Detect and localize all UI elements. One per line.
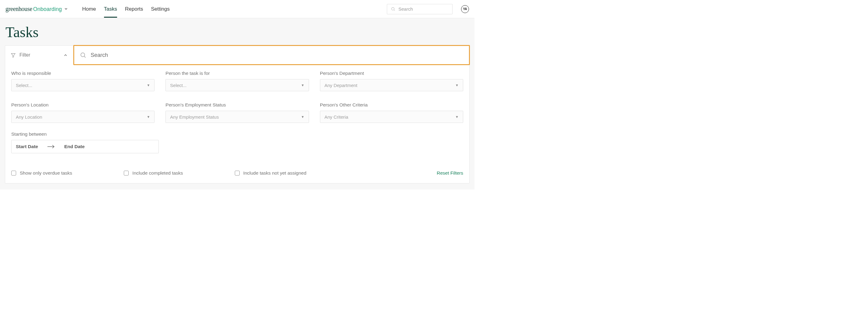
filter-other: Person's Other Criteria Any Criteria ▼	[320, 102, 463, 123]
checkbox-row: Show only overdue tasks Include complete…	[11, 170, 463, 176]
filter-topbar: Filter	[5, 45, 469, 64]
filter-location: Person's Location Any Location ▼	[11, 102, 155, 123]
filter-task-for-select[interactable]: Select... ▼	[165, 79, 309, 91]
checkbox-icon	[11, 171, 16, 176]
filter-task-for: Person the task is for Select... ▼	[165, 70, 309, 91]
svg-line-1	[394, 10, 395, 11]
logo-greenhouse: greenhouse	[5, 5, 32, 12]
global-search[interactable]	[387, 4, 453, 14]
check-completed[interactable]: Include completed tasks	[124, 170, 183, 176]
filter-department: Person's Department Any Department ▼	[320, 70, 463, 91]
filter-icon	[11, 53, 16, 58]
svg-point-0	[392, 8, 395, 10]
filter-employment-select[interactable]: Any Employment Status ▼	[165, 111, 309, 123]
filter-location-select[interactable]: Any Location ▼	[11, 111, 155, 123]
start-date: Start Date	[16, 144, 38, 149]
checkbox-icon	[235, 171, 240, 176]
search-icon	[80, 52, 86, 58]
check-overdue[interactable]: Show only overdue tasks	[11, 170, 72, 176]
filter-task-for-label: Person the task is for	[165, 70, 309, 76]
filter-label: Filter	[20, 52, 30, 58]
avatar[interactable]: YA	[461, 5, 469, 13]
filter-responsible-select[interactable]: Select... ▼	[11, 79, 155, 91]
filter-employment-label: Person's Employment Status	[165, 102, 309, 108]
svg-line-4	[84, 56, 86, 58]
global-search-input[interactable]	[398, 6, 448, 11]
reset-filters-link[interactable]: Reset Filters	[437, 170, 463, 176]
filter-starting: Starting between Start Date End Date	[11, 131, 463, 153]
page-body: Tasks Filter Who is re	[0, 18, 474, 189]
task-search-highlight	[73, 45, 470, 65]
filter-location-label: Person's Location	[11, 102, 155, 108]
filter-other-select[interactable]: Any Criteria ▼	[320, 111, 463, 123]
caret-down-icon: ▼	[455, 83, 459, 87]
chevron-down-icon	[64, 7, 68, 11]
filters-card: Filter Who is responsible Select... ▼	[5, 45, 470, 183]
caret-down-icon: ▼	[147, 83, 150, 87]
svg-point-3	[81, 53, 85, 57]
arrow-right-icon	[47, 145, 55, 149]
nav-home[interactable]: Home	[82, 1, 96, 18]
filter-department-select[interactable]: Any Department ▼	[320, 79, 463, 91]
filter-responsible: Who is responsible Select... ▼	[11, 70, 155, 91]
filter-other-label: Person's Other Criteria	[320, 102, 463, 108]
svg-marker-2	[11, 53, 15, 57]
nav-tasks[interactable]: Tasks	[104, 1, 117, 18]
check-unassigned[interactable]: Include tasks not yet assigned	[235, 170, 307, 176]
nav-reports[interactable]: Reports	[125, 1, 143, 18]
filter-department-label: Person's Department	[320, 70, 463, 76]
filters-body: Who is responsible Select... ▼ Person th…	[5, 64, 469, 183]
chevron-up-icon	[63, 53, 68, 58]
checkbox-icon	[124, 171, 129, 176]
caret-down-icon: ▼	[147, 115, 150, 119]
page-title: Tasks	[5, 24, 470, 40]
logo-onboarding: Onboarding	[33, 6, 62, 12]
caret-down-icon: ▼	[301, 83, 304, 87]
filter-starting-label: Starting between	[11, 131, 463, 137]
end-date: End Date	[64, 144, 85, 149]
filter-responsible-label: Who is responsible	[11, 70, 155, 76]
filter-toggle[interactable]: Filter	[5, 45, 73, 64]
caret-down-icon: ▼	[301, 115, 304, 119]
search-icon	[391, 7, 395, 11]
date-range-picker[interactable]: Start Date End Date	[11, 140, 159, 153]
task-search-input[interactable]	[91, 52, 464, 58]
primary-nav: Home Tasks Reports Settings	[82, 1, 170, 18]
caret-down-icon: ▼	[455, 115, 459, 119]
avatar-initials: YA	[463, 7, 467, 11]
filter-employment: Person's Employment Status Any Employmen…	[165, 102, 309, 123]
top-header: greenhouse Onboarding Home Tasks Reports…	[0, 0, 474, 18]
nav-settings[interactable]: Settings	[151, 1, 170, 18]
app-switcher[interactable]: greenhouse Onboarding	[5, 5, 68, 12]
